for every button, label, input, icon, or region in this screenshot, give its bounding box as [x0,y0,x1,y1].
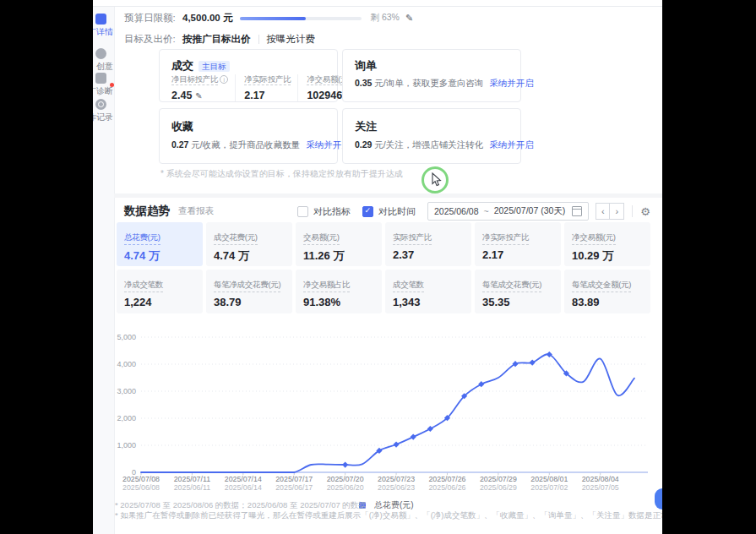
y-axis-label: 3,000 [117,387,136,395]
stat-card-10[interactable]: 成交笔数1,3430 [385,270,471,313]
goal-footnote: * 系统会尽可能达成你设置的目标，保持稳定投放有助于提升达成 [160,168,403,180]
header-divider [632,205,633,217]
date-pager: ‹ › [596,203,624,220]
date-range-separator: ~ [484,206,489,216]
notification-dot [110,83,114,87]
trend-header: 数据趋势 查看报表 对比指标 对比时间 2025/06/08 ~ 2025/07… [124,202,650,221]
mouse-cursor-icon [432,172,442,187]
stat-value: 35.35 [482,296,553,308]
goal-card-favorite-description: 0.27 元/收藏，提升商品收藏数量采纳并开启 [171,139,351,151]
stat-value: 4.74 万 [214,248,285,264]
sidebar-item-4[interactable]: 操作记录 [93,99,114,124]
compare-metric-label: 对比指标 [313,205,351,218]
data-point-marker [530,359,536,365]
goal-metric-label: 净目标投产比 [171,74,218,85]
goal-card-inquiry-title: 询单 [355,58,377,74]
stat-value: 83.89 [572,296,643,308]
x-axis-label-current: 2025/07/26 [428,475,465,483]
stat-label: 每笔净成交花费(元) [214,280,280,292]
compare-time-label: 对比时间 [378,205,416,218]
creative-icon [95,48,106,59]
goal-card-follow: 关注0.29 元/关注，增强店铺关注转化采纳并开启 [342,108,521,164]
top-divider [93,6,662,7]
stat-compare-value: 0.00 [393,264,464,266]
stat-value: 4.74 万 [124,248,195,264]
stat-label: 每笔成交金额(元) [572,280,631,292]
x-axis-label-compare: 2025/06/08 [122,483,160,492]
budget-row: 预算日限额: 4,500.00 元 剩 63% ✎ [124,11,413,25]
calendar-icon [572,206,582,216]
budget-label: 预算日限额: [124,12,182,25]
x-axis-label-current: 2025/08/04 [582,475,619,483]
budget-progress-bar [240,17,362,20]
stat-card-6[interactable]: 净交易额(元)10.29 万0.00 [564,222,650,266]
stat-label: 净实际投产比 [482,232,529,245]
stat-value: 1,343 [393,296,464,308]
goal-metric-value: 2.17 [244,90,264,101]
goal-card-favorite-text: 元/收藏，提升商品收藏数量 [191,139,300,150]
trend-chart: 01,0002,0003,0004,0005,0002025/07/082025… [114,328,659,509]
total-cost-series-line [141,354,634,472]
app-window: 推广详情创意推广诊断操作记录 预算日限额: 4,500.00 元 剩 63% ✎… [93,0,662,534]
stat-card-7[interactable]: 净成交笔数1,2240 [117,270,203,313]
stat-compare-value: 0 [124,311,195,313]
bidding-label: 目标及出价: [124,33,182,46]
goal-metric-label: 净实际投产比 [244,74,291,85]
stat-label: 总花费(元) [124,232,160,245]
stat-card-11[interactable]: 每笔成交花费(元)35.350.00 [475,270,561,313]
goal-card-follow-adopt-link[interactable]: 采纳并开启 [489,139,534,150]
stat-label: 交易额(元) [303,232,340,245]
x-axis-label-compare: 2025/07/02 [530,483,568,492]
data-point-marker [393,441,399,447]
stat-card-8[interactable]: 每笔净成交花费(元)38.790.00 [206,270,292,313]
stat-card-4[interactable]: 实际投产比2.370.00 [385,222,471,266]
x-axis-label-compare: 2025/06/11 [174,483,210,492]
sidebar-item-3[interactable]: 推广诊断 [93,73,114,98]
stat-card-3[interactable]: 交易额(元)11.26 万0.00 [296,222,382,266]
stat-card-1[interactable]: 总花费(元)4.74 万0.00 [117,222,203,266]
sidebar-item-2[interactable]: 创意 [93,48,114,74]
info-icon[interactable]: i [220,75,228,84]
goal-card-inquiry-text: 元/询单，获取更多意向咨询 [374,78,483,88]
sidebar-item-1[interactable]: 推广详情 [93,14,114,39]
compare-metric-checkbox[interactable] [297,206,308,217]
bidding-option-goal[interactable]: 按推广目标出价 [182,33,251,46]
x-axis-label-compare: 2025/06/17 [275,483,313,492]
stat-card-2[interactable]: 成交花费(元)4.74 万0.00 [206,222,292,266]
stat-label: 净成交笔数 [124,280,163,292]
goal-card-follow-title: 关注 [355,119,377,134]
stat-card-5[interactable]: 净实际投产比2.170.00 [475,222,561,266]
stat-card-9[interactable]: 净交易额占比91.38%0.00% [296,270,382,313]
sidebar-item-label: 操作记录 [93,112,113,123]
floating-action-button[interactable] [655,488,662,509]
history-icon [95,99,106,110]
stat-label: 净交易额占比 [303,280,350,292]
data-point-marker [411,433,416,439]
date-range-input[interactable]: 2025/06/08 ~ 2025/07/07 (30天) [427,202,589,221]
x-axis-label-current: 2025/08/01 [530,475,568,483]
prev-period-button[interactable]: ‹ [596,203,610,220]
edit-metric-icon[interactable]: ✎ [195,91,202,101]
goal-card-inquiry-price: 0.35 [355,78,374,88]
line-chart-canvas: 01,0002,0003,0004,0005,0002025/07/082025… [114,328,659,493]
stat-label: 每笔成交花费(元) [482,280,541,292]
data-point-marker [342,461,348,467]
view-report-link[interactable]: 查看报表 [178,205,214,217]
bidding-option-impression[interactable]: 按曝光计费 [267,33,316,46]
compare-time-checkbox[interactable] [362,206,373,217]
stat-card-12[interactable]: 每笔成交金额(元)83.890.00 [564,270,650,313]
budget-edit-icon[interactable]: ✎ [405,13,413,24]
next-period-button[interactable]: › [610,203,624,220]
stat-value: 10.29 万 [572,248,643,264]
budget-value: 4,500.00 元 [182,12,232,25]
stat-value: 2.37 [393,248,464,261]
goal-card-inquiry-adopt-link[interactable]: 采纳并开启 [489,78,534,88]
sidebar-item-label: 推广诊断 [93,85,113,97]
goal-card-follow-description: 0.29 元/关注，增强店铺关注转化采纳并开启 [355,139,534,151]
goal-card-follow-text: 元/关注，增强店铺关注转化 [374,139,483,150]
stat-value: 91.38% [303,296,374,308]
x-axis-label-current: 2025/07/08 [122,475,160,483]
sidebar-item-label: 创意 [96,61,113,73]
x-axis-label-compare: 2025/06/23 [378,483,415,492]
settings-gear-icon[interactable]: ⚙ [640,205,650,218]
